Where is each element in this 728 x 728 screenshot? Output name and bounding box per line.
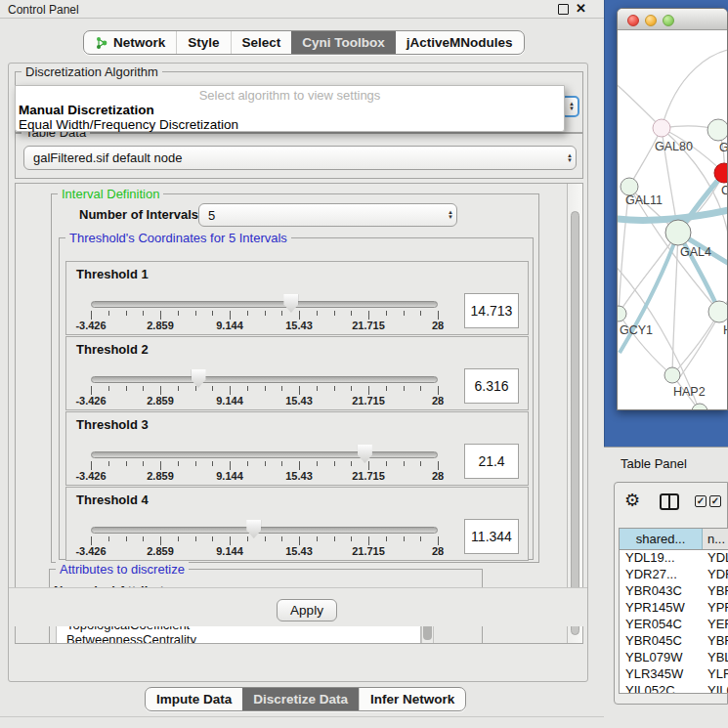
gear-icon[interactable]: ⚙	[624, 491, 640, 510]
tab-impute-data[interactable]: Impute Data	[146, 688, 242, 710]
control-panel: Control Panel ✕ Network Style Select Cyn…	[0, 0, 604, 728]
table-cell[interactable]: YER0...	[703, 617, 728, 633]
tab-style-label: Style	[188, 35, 219, 50]
network-edge[interactable]	[662, 48, 728, 128]
cyni-bottom-tabbar: Impute Data Discretize Data Infer Networ…	[145, 687, 466, 711]
table-cell[interactable]: YLR3...	[703, 666, 728, 683]
table-cell[interactable]: YBL079W	[620, 650, 703, 666]
apply-button[interactable]: Apply	[277, 599, 337, 621]
node-table: shared... n... YDL19...YDL1...YDR27...YD…	[619, 528, 728, 694]
table-cell[interactable]: YBR045C	[620, 633, 703, 650]
scrollbar-thumb[interactable]	[571, 211, 579, 635]
mac-minimize-button[interactable]	[645, 15, 657, 26]
table-cell[interactable]: YDL19...	[620, 550, 703, 567]
tab-discretize-data[interactable]: Discretize Data	[242, 688, 359, 710]
table-row[interactable]: YBR043CYBR0...	[620, 583, 728, 600]
tab-jactivemnodules[interactable]: jActiveMNodules	[396, 31, 524, 54]
mac-zoom-button[interactable]	[663, 15, 674, 26]
tab-cyni-toolbox[interactable]: Cyni Toolbox	[291, 31, 396, 54]
tab-style[interactable]: Style	[176, 31, 230, 54]
table-cell[interactable]: YDR27...	[620, 567, 703, 583]
threshold-2-value-field[interactable]	[464, 368, 519, 404]
dropdown-option-manual-discretization[interactable]: Manual Discretization	[19, 103, 154, 117]
network-node-h[interactable]	[708, 301, 728, 322]
float-window-icon[interactable]	[558, 4, 569, 15]
network-edge-highlighted[interactable]	[618, 208, 728, 220]
network-node-gal4[interactable]	[665, 220, 691, 245]
table-cell[interactable]: YER054C	[620, 617, 703, 633]
slider-tick-label: 21.715	[352, 470, 385, 482]
threshold-3-value-field[interactable]	[464, 444, 519, 479]
network-edge[interactable]	[629, 128, 662, 187]
table-cell[interactable]: YPR1...	[703, 600, 728, 617]
table-cell[interactable]: YBL0...	[703, 650, 728, 666]
slider-tick-label: 15.43	[285, 545, 313, 557]
threshold-1-value-field[interactable]	[464, 293, 519, 328]
table-body: YDL19...YDL1...YDR27...YDR2...YBR043CYBR…	[620, 550, 728, 694]
column-header-shared[interactable]: shared...	[620, 529, 703, 549]
checkbox-checked-icon[interactable]: ✓	[709, 495, 721, 507]
network-edge[interactable]	[618, 79, 662, 128]
network-node-label: H	[723, 323, 728, 337]
table-row[interactable]: YLR345WYLR3...	[620, 666, 728, 683]
attribute-item[interactable]: BetweennessCentrality	[57, 632, 420, 644]
threshold-2-slider-track[interactable]	[91, 376, 438, 383]
network-window-titlebar[interactable]	[618, 9, 728, 30]
table-cell[interactable]: YPR145W	[620, 600, 703, 617]
mac-close-button[interactable]	[627, 15, 639, 26]
table-cell[interactable]: YBR0...	[703, 583, 728, 600]
tab-infer-network-label: Infer Network	[370, 692, 454, 707]
table-row[interactable]: YBL079WYBL0...	[620, 650, 728, 666]
table-cell[interactable]: YIL052C	[620, 683, 703, 694]
table-cell[interactable]: YIL0...	[703, 683, 728, 694]
tab-discretize-data-label: Discretize Data	[253, 692, 348, 707]
threshold-1-slider-track[interactable]	[91, 301, 438, 308]
network-node-label: GCY1	[620, 323, 653, 337]
network-node-gal80[interactable]	[653, 119, 670, 137]
threshold-3-slider-thumb[interactable]	[358, 445, 372, 463]
dropdown-option-equal-width-frequency[interactable]: Equal Width/Frequency Discretization	[19, 117, 238, 132]
checkbox-checked-icon[interactable]: ✓	[695, 495, 707, 507]
table-cell[interactable]: YLR345W	[620, 666, 703, 683]
network-canvas[interactable]: GAL80GACGAL11GAL4GCY1HHAP2	[618, 30, 728, 410]
slider-tick-label: -3.426	[75, 320, 106, 331]
network-node-gcy1[interactable]	[618, 306, 626, 321]
threshold-3-label: Threshold 3	[76, 417, 149, 432]
table-cell[interactable]: YBR043C	[620, 583, 703, 600]
table-row[interactable]: YER054CYER0...	[620, 617, 728, 633]
network-node-hap2[interactable]	[664, 367, 680, 383]
network-node-ga[interactable]	[707, 119, 728, 141]
table-data-combobox[interactable]: galFiltered.sif default node ▲▼	[23, 146, 577, 170]
slider-tick-label: 2.859	[147, 320, 174, 331]
number-of-intervals-combobox[interactable]: 5 ▲▼	[198, 203, 457, 227]
threshold-3-slider-track[interactable]	[91, 451, 438, 458]
table-cell[interactable]: YBR0...	[703, 633, 728, 650]
table-row[interactable]: YBR045CYBR0...	[620, 633, 728, 650]
table-row[interactable]: YIL052CYIL0...	[620, 683, 728, 694]
table-row[interactable]: YPR145WYPR1...	[620, 600, 728, 617]
slider-tick-label: 2.859	[147, 395, 174, 407]
discretization-algorithm-label: Discretization Algorithm	[21, 64, 162, 79]
table-row[interactable]: YDL19...YDL1...	[620, 550, 728, 567]
split-columns-icon[interactable]	[660, 493, 679, 510]
table-data-group: Table Data galFiltered.sif default node …	[15, 132, 583, 179]
table-cell[interactable]: YDR2...	[703, 567, 728, 583]
threshold-2-slider-thumb[interactable]	[192, 369, 206, 388]
settings-vertical-scrollbar[interactable]	[567, 184, 582, 643]
column-header-name[interactable]: n...	[703, 529, 728, 549]
threshold-4-slider-thumb[interactable]	[246, 520, 261, 538]
slider-tick-label: 2.859	[147, 470, 174, 482]
tab-network[interactable]: Network	[84, 31, 176, 54]
app-root: Control Panel ✕ Network Style Select Cyn…	[0, 0, 728, 728]
threshold-1-slider-thumb[interactable]	[283, 294, 298, 313]
close-icon[interactable]: ✕	[576, 1, 586, 16]
table-row[interactable]: YDR27...YDR2...	[620, 567, 728, 583]
tab-cyni-toolbox-label: Cyni Toolbox	[302, 35, 385, 50]
network-edge[interactable]	[672, 312, 719, 375]
threshold-4-slider-track[interactable]	[91, 527, 438, 534]
table-cell[interactable]: YDL1...	[703, 550, 728, 567]
tab-select[interactable]: Select	[231, 31, 292, 54]
threshold-4-value-field[interactable]	[464, 519, 519, 554]
network-edge[interactable]	[676, 279, 728, 382]
tab-infer-network[interactable]: Infer Network	[359, 688, 465, 710]
